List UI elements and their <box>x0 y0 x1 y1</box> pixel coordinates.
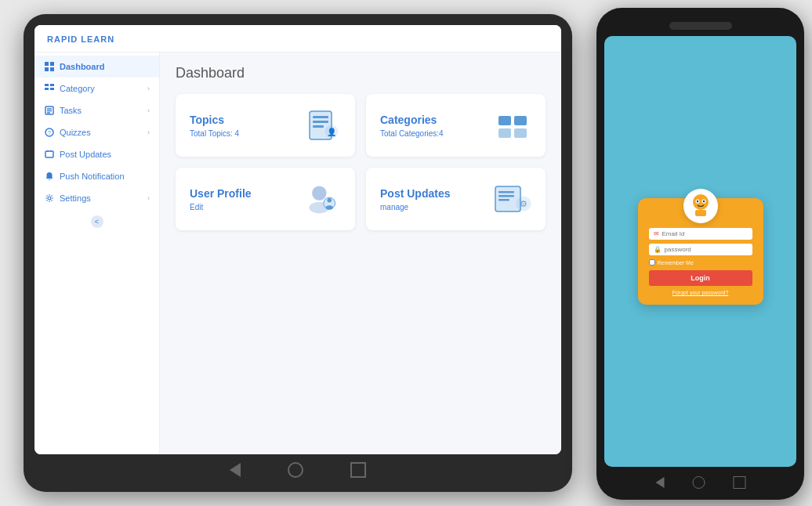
tablet-screen: RAPID LEARN Dashboard Category <box>34 25 561 454</box>
phone-square-button[interactable] <box>733 476 745 489</box>
sidebar-item-post-updates[interactable]: Post Updates <box>34 143 159 165</box>
svg-rect-7 <box>50 88 54 90</box>
post-updates-card[interactable]: Post Updates manage ⚙ <box>366 168 546 230</box>
password-input[interactable] <box>665 246 748 253</box>
password-field[interactable]: 🔒 <box>649 244 752 255</box>
email-field[interactable]: ✉ <box>649 228 752 240</box>
svg-rect-3 <box>50 67 54 71</box>
sidebar-item-quizzes[interactable]: ? Quizzes › <box>34 121 159 143</box>
login-button[interactable]: Login <box>649 270 752 286</box>
svg-point-17 <box>48 197 51 200</box>
sidebar-item-settings[interactable]: Settings › <box>34 187 159 209</box>
remember-me-row: Remember Me <box>649 259 752 266</box>
topics-card-subtitle: Total Topics: 4 <box>190 129 239 138</box>
phone-notch <box>669 22 732 30</box>
phone-back-button[interactable] <box>655 477 664 488</box>
lock-icon: 🔒 <box>654 246 662 253</box>
svg-rect-44 <box>695 210 706 216</box>
svg-rect-27 <box>514 128 527 138</box>
categories-card[interactable]: Categories Total Categories:4 <box>366 94 546 157</box>
svg-rect-34 <box>498 191 514 193</box>
categories-card-text: Categories Total Categories:4 <box>380 114 444 138</box>
remember-me-checkbox[interactable] <box>649 259 655 266</box>
phone-device: ✉ 🔒 Remember Me Login Forgot your passwo… <box>596 8 804 500</box>
svg-text:⚙: ⚙ <box>520 199 527 208</box>
phone-home-button[interactable] <box>692 476 705 489</box>
svg-rect-20 <box>313 121 328 123</box>
sidebar-item-settings-label: Settings <box>60 193 91 203</box>
quizzes-icon: ? <box>44 127 55 138</box>
postupdates-icon: ⚙ <box>494 182 531 216</box>
main-content: Dashboard Topics Total Topics: 4 <box>160 52 561 454</box>
email-icon: ✉ <box>654 230 659 237</box>
svg-rect-14 <box>45 151 53 157</box>
sidebar-item-push-notification-label: Push Notification <box>60 172 125 181</box>
sidebar-item-quizzes-label: Quizzes <box>60 128 91 137</box>
svg-text:?: ? <box>48 130 51 136</box>
categories-icon <box>495 108 530 143</box>
phone-nav-bar <box>655 476 745 489</box>
tablet-square-button[interactable] <box>350 462 366 478</box>
bell-icon <box>44 171 55 182</box>
post-updates-card-subtitle: manage <box>380 203 450 211</box>
user-profile-icon-wrap <box>303 180 341 218</box>
svg-rect-4 <box>45 84 49 86</box>
topics-card-text: Topics Total Topics: 4 <box>190 114 239 138</box>
svg-point-32 <box>326 205 333 210</box>
post-updates-card-title: Post Updates <box>380 187 450 200</box>
post-updates-icon-wrap: ⚙ <box>494 180 531 218</box>
app-logo: RAPID LEARN <box>47 34 114 44</box>
user-profile-card-text: User Profile Edit <box>190 187 252 211</box>
svg-rect-25 <box>514 116 527 125</box>
tablet-nav-bar <box>230 462 366 478</box>
sidebar-item-dashboard[interactable]: Dashboard <box>34 56 159 78</box>
sidebar-item-push-notification[interactable]: Push Notification <box>34 165 159 187</box>
remember-me-label: Remember Me <box>658 260 694 266</box>
svg-rect-26 <box>498 128 511 138</box>
categories-card-title: Categories <box>380 114 444 126</box>
tablet-home-button[interactable] <box>288 462 303 478</box>
svg-point-43 <box>702 201 704 202</box>
tasks-icon <box>44 105 55 116</box>
sidebar-item-tasks[interactable]: Tasks › <box>34 99 159 121</box>
tablet-device: RAPID LEARN Dashboard Category <box>24 14 572 492</box>
categories-icon-wrap <box>494 107 531 144</box>
app-header: RAPID LEARN <box>34 25 561 52</box>
svg-text:👤: 👤 <box>327 127 337 137</box>
svg-rect-19 <box>313 116 328 118</box>
svg-rect-2 <box>45 67 49 71</box>
category-icon <box>44 83 55 94</box>
sidebar: Dashboard Category › Tasks › <box>34 52 160 454</box>
svg-rect-1 <box>50 62 54 66</box>
svg-rect-24 <box>498 116 511 125</box>
userprofile-icon <box>303 179 341 219</box>
dashboard-cards-grid: Topics Total Topics: 4 👤 <box>176 94 546 230</box>
svg-rect-5 <box>50 84 54 86</box>
sidebar-item-category-label: Category <box>60 84 95 93</box>
sidebar-toggle-button[interactable]: < <box>91 215 103 228</box>
topics-icon: 👤 <box>305 108 339 143</box>
sidebar-item-tasks-label: Tasks <box>60 106 82 115</box>
post-updates-icon <box>44 149 55 160</box>
sidebar-item-dashboard-label: Dashboard <box>60 62 104 71</box>
category-arrow-icon: › <box>147 85 150 92</box>
dashboard-icon <box>44 61 55 72</box>
email-input[interactable] <box>662 230 748 237</box>
topics-card[interactable]: Topics Total Topics: 4 👤 <box>176 94 355 157</box>
forgot-password-link[interactable]: Forgot your password? <box>672 290 729 295</box>
settings-arrow-icon: › <box>147 194 150 202</box>
login-logo-circle <box>683 189 718 223</box>
svg-point-42 <box>696 201 698 202</box>
user-profile-card[interactable]: User Profile Edit <box>176 168 355 230</box>
user-profile-card-subtitle: Edit <box>190 203 252 211</box>
login-card: ✉ 🔒 Remember Me Login Forgot your passwo… <box>638 198 763 305</box>
tablet-back-button[interactable] <box>230 463 241 477</box>
post-updates-card-text: Post Updates manage <box>380 187 450 211</box>
app-body: Dashboard Category › Tasks › <box>34 52 561 454</box>
topics-card-title: Topics <box>190 114 239 126</box>
svg-point-39 <box>693 194 709 210</box>
page-title: Dashboard <box>176 65 546 81</box>
sidebar-item-category[interactable]: Category › <box>34 78 159 99</box>
svg-rect-35 <box>498 195 514 197</box>
svg-rect-0 <box>45 62 49 66</box>
